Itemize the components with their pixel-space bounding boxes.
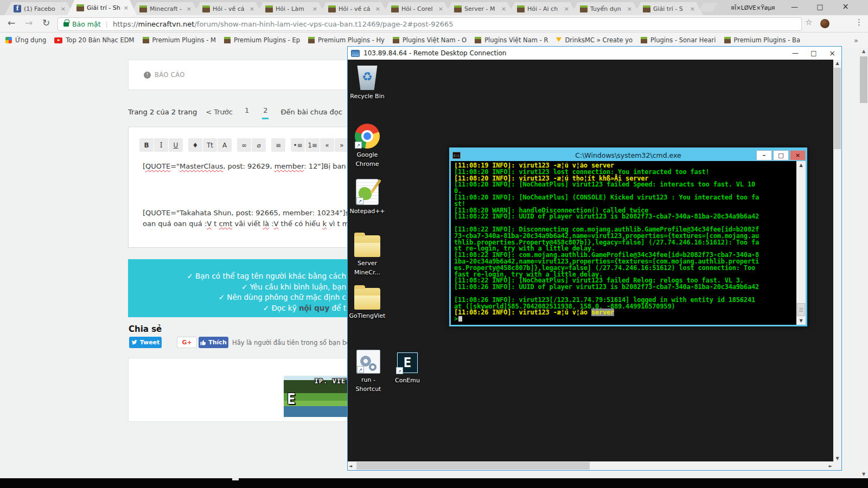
tab[interactable]: Tuyển dụn× bbox=[571, 2, 640, 15]
rdp-scroll-up-icon[interactable]: ▲ bbox=[833, 61, 841, 66]
pagination-prev-link[interactable]: < Trước bbox=[206, 108, 233, 116]
tab-close-icon[interactable]: × bbox=[375, 5, 380, 12]
cmd-titlebar[interactable]: C:\ C:\Windows\system32\cmd.exe – □ × bbox=[451, 149, 806, 161]
bookmark-item[interactable]: Ứng dụng bbox=[5, 36, 46, 44]
tab[interactable]: Minecraft -× bbox=[130, 2, 200, 15]
desktop-icon-notepad-[interactable]: ↗Notepad++ bbox=[348, 179, 387, 216]
rdp-minimize-button[interactable]: — bbox=[786, 47, 805, 60]
font-family-button[interactable]: A bbox=[218, 138, 232, 152]
facebook-like-button[interactable]: Thích bbox=[199, 337, 228, 348]
outdent-button[interactable]: « bbox=[320, 138, 334, 152]
forward-icon[interactable]: → bbox=[22, 17, 36, 28]
list-bullet-button[interactable]: •≡ bbox=[291, 138, 305, 152]
bookmark-item[interactable]: Plugins Việt Nam - R bbox=[475, 36, 548, 44]
desktop-icon-recycle-bin[interactable]: ♻Recycle Bin bbox=[348, 64, 387, 101]
tweet-button[interactable]: Tweet bbox=[129, 337, 162, 348]
tab-close-icon[interactable]: × bbox=[312, 5, 317, 12]
tab-close-icon[interactable]: × bbox=[61, 5, 66, 12]
tab-close-icon[interactable]: × bbox=[564, 5, 569, 12]
tab-close-icon[interactable]: × bbox=[250, 5, 254, 12]
tab[interactable]: Hỏi - về cá× bbox=[193, 2, 263, 15]
rdp-scroll-left-icon[interactable]: ◄ bbox=[349, 464, 352, 468]
tab-close-icon[interactable]: × bbox=[501, 5, 506, 12]
pagination-page-1[interactable]: 1 bbox=[244, 105, 250, 119]
text-color-button[interactable]: ♦ bbox=[188, 138, 202, 152]
cmd-maximize-button[interactable]: □ bbox=[773, 150, 789, 160]
notice-rules-link[interactable]: nội quy bbox=[299, 304, 329, 312]
desktop-icon-run-[interactable]: ↗run -Shortcut bbox=[349, 350, 388, 394]
tab-close-icon[interactable]: × bbox=[627, 5, 632, 12]
page-scrollbar-thumb[interactable] bbox=[860, 56, 867, 103]
rdp-maximize-button[interactable]: □ bbox=[805, 47, 823, 60]
pagination-page-2[interactable]: 2 bbox=[262, 105, 269, 119]
rdp-titlebar[interactable]: 103.89.84.64 - Remote Desktop Connection… bbox=[348, 47, 841, 60]
cmd-minimize-button[interactable]: – bbox=[756, 150, 772, 160]
console-scroll-up-icon[interactable]: ▲ bbox=[796, 161, 806, 169]
tab[interactable]: Hỏi - Corel× bbox=[382, 2, 451, 15]
scroll-up-icon[interactable]: ▲ bbox=[859, 48, 868, 55]
pagination-next-unread-link[interactable]: Đến bài chưa đọc bbox=[280, 108, 342, 116]
tab[interactable]: Giải trí - S× bbox=[634, 2, 703, 15]
bookmarks-overflow-icon[interactable]: » bbox=[854, 36, 863, 44]
rdp-close-button[interactable]: × bbox=[823, 47, 841, 60]
extension-icon[interactable] bbox=[820, 19, 829, 28]
google-plus-button[interactable]: G+ bbox=[177, 337, 197, 348]
report-link[interactable]: BÁO CÁO bbox=[155, 71, 185, 79]
desktop-icon-server[interactable]: ServerMineCr... bbox=[348, 232, 387, 277]
desktop-icon-google[interactable]: ↗GoogleChrome bbox=[348, 124, 387, 169]
desktop-icon-conemu[interactable]: E↗ConEmu bbox=[388, 351, 427, 385]
cmd-body[interactable]: [11:08:19 INFO]: virut123 -æ¦ú v¦áo serv… bbox=[451, 161, 806, 325]
scroll-down-icon[interactable]: ▼ bbox=[859, 471, 868, 478]
list-numbered-button[interactable]: 1≡ bbox=[305, 138, 320, 152]
bookmark-item[interactable]: Plugins Việt Nam - O bbox=[393, 36, 467, 44]
tab[interactable]: Giải trí - Sh× bbox=[67, 0, 137, 15]
console-scroll-down-icon[interactable]: ▼ bbox=[796, 317, 806, 325]
rdp-horizontal-scrollbar[interactable]: ◄ ► bbox=[348, 461, 833, 470]
tab[interactable]: f(1) Facebo× bbox=[4, 2, 74, 15]
text-size-button[interactable]: Tt bbox=[203, 138, 217, 152]
refresh-icon[interactable]: ↻ bbox=[39, 17, 53, 28]
window-maximize-button[interactable]: □ bbox=[808, 0, 832, 14]
window-minimize-button[interactable]: — bbox=[782, 0, 807, 14]
tab[interactable]: Hỏi - Ai ch× bbox=[508, 2, 577, 15]
unlink-button[interactable]: ⌀ bbox=[252, 138, 266, 152]
italic-button[interactable]: I bbox=[154, 138, 168, 152]
rdp-scroll-down-icon[interactable]: ▼ bbox=[833, 456, 841, 461]
tab[interactable]: Hỏi - Làm× bbox=[256, 2, 326, 15]
rdp-hscrollbar-thumb[interactable] bbox=[356, 462, 590, 470]
tab[interactable]: Server - M× bbox=[445, 2, 514, 15]
tab-close-icon[interactable]: × bbox=[690, 5, 695, 12]
bold-button[interactable]: B bbox=[139, 138, 154, 152]
console-scrollbar[interactable]: ▲ ▼ bbox=[796, 161, 806, 325]
underline-button[interactable]: U bbox=[169, 138, 183, 152]
rdp-scroll-right-icon[interactable]: ► bbox=[829, 464, 832, 468]
tab-close-icon[interactable]: × bbox=[438, 5, 443, 12]
cmd-window[interactable]: C:\ C:\Windows\system32\cmd.exe – □ × [1… bbox=[449, 147, 807, 326]
address-bar[interactable]: Bảo mật | https://minecraftvn.net/forum/… bbox=[58, 17, 802, 31]
rdp-vscrollbar-thumb[interactable] bbox=[834, 68, 841, 149]
bookmark-star-icon[interactable]: ☆ bbox=[805, 17, 812, 27]
browser-menu-icon[interactable]: ⋮ bbox=[855, 17, 863, 27]
alignment-button[interactable]: ≡ bbox=[271, 138, 285, 152]
bookmark-item[interactable]: Premium Plugins - Ep bbox=[224, 36, 300, 44]
insert-link-button[interactable]: ∞ bbox=[237, 138, 251, 152]
back-icon[interactable]: ← bbox=[4, 17, 18, 28]
bookmark-item[interactable]: Premium Plugins - Ba bbox=[724, 36, 800, 44]
profile-name[interactable]: ¤Ï×LØVE×Ÿøµ¤ bbox=[725, 4, 781, 11]
tab-close-icon[interactable]: × bbox=[187, 5, 192, 12]
bookmark-item[interactable]: DrinksMC » Create yo bbox=[556, 36, 633, 44]
bookmark-item[interactable]: Top 20 Bản Nhạc EDM bbox=[54, 36, 134, 44]
bookmark-item[interactable]: Premium Plugins - Hy bbox=[308, 36, 385, 44]
tab[interactable]: Hỏi - về cá× bbox=[319, 2, 388, 15]
console-scrollbar-thumb[interactable] bbox=[797, 303, 805, 316]
page-scrollbar[interactable]: ▲ ▼ bbox=[859, 48, 868, 478]
desktop-icon-gotiengviet[interactable]: GoTiengViet bbox=[348, 285, 387, 320]
window-close-button[interactable]: × bbox=[833, 0, 858, 14]
new-tab-button[interactable] bbox=[698, 3, 718, 12]
host-taskbar[interactable] bbox=[0, 478, 868, 488]
bookmark-item[interactable]: Premium Plugins - M bbox=[143, 36, 216, 44]
bookmark-item[interactable]: Plugins - Sonar Heari bbox=[641, 36, 716, 44]
tab-close-icon[interactable]: × bbox=[124, 4, 129, 11]
cmd-close-button[interactable]: × bbox=[790, 150, 806, 160]
rdp-vertical-scrollbar[interactable]: ▲ ▼ bbox=[833, 60, 841, 462]
